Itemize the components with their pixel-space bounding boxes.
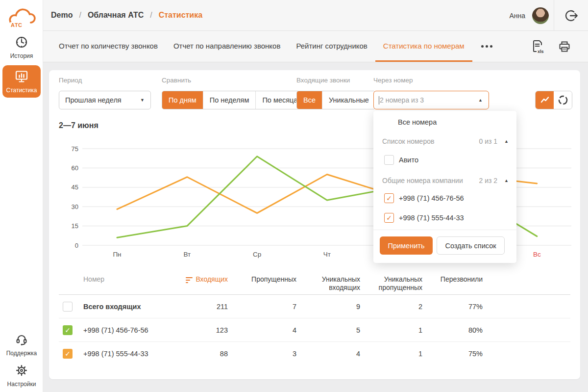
dot-icon — [481, 45, 484, 48]
y-tick-label: 0 — [75, 242, 78, 249]
column-header-unique-incoming[interactable]: Уникальныхвходящих — [296, 275, 360, 292]
column-header-incoming[interactable]: Входящих — [176, 275, 228, 284]
column-header-called-back[interactable]: Перезвонили — [422, 275, 483, 284]
tab-calls-count-report[interactable]: Отчет по количеству звонков — [51, 31, 166, 62]
row-value: 4 — [228, 326, 296, 334]
row-value: 4 — [296, 350, 360, 358]
line-chart-view-button[interactable] — [536, 91, 554, 109]
chevron-up-icon: ▲ — [478, 98, 483, 103]
checkbox-unchecked[interactable] — [63, 302, 73, 312]
export-xls-button[interactable]: xls — [531, 39, 544, 54]
via-number-combobox[interactable]: 2 номера из 3 ▲ — [373, 91, 489, 109]
print-button[interactable] — [558, 40, 571, 53]
app-logo[interactable]: АТС — [0, 4, 43, 32]
row-value: 123 — [176, 326, 228, 334]
headset-icon — [15, 333, 28, 346]
text-caret — [379, 96, 379, 105]
sidebar-item-label: История — [10, 52, 33, 59]
incoming-option-all[interactable]: Все — [297, 91, 322, 109]
sidebar-item-label: Поддержка — [6, 350, 37, 357]
breadcrumb-item-current: Статистика — [159, 11, 202, 20]
line-chart-icon — [539, 95, 550, 105]
row-number-label: Всего входящих — [83, 303, 176, 311]
via-number-label: Через номер — [373, 77, 413, 84]
create-list-button[interactable]: Создать список — [437, 236, 505, 255]
period-value: Прошлая неделя — [65, 96, 140, 104]
logout-button[interactable] — [554, 8, 588, 23]
dot-icon — [490, 45, 492, 48]
dropdown-item-number-456[interactable]: ✓ +998 (71) 456-76-56 — [384, 192, 464, 205]
tab-employee-rating[interactable]: Рейтинг сотрудников — [288, 31, 375, 62]
dropdown-section-company-numbers[interactable]: Общие номера компании 2 из 2 ▲ — [382, 175, 509, 186]
checkbox-checked[interactable]: ✓ — [384, 193, 394, 203]
statistics-card: Период Прошлая неделя ▼ Сравнить По дням… — [49, 70, 580, 379]
dropdown-section-number-lists[interactable]: Список номеров 0 из 1 ▲ — [382, 135, 509, 147]
row-value: 75% — [422, 350, 483, 358]
y-tick-label: 15 — [72, 222, 78, 230]
sidebar-item-support[interactable]: Поддержка — [0, 333, 43, 357]
tab-actions: xls — [531, 31, 571, 62]
sidebar-item-settings[interactable]: Настройки — [0, 364, 43, 388]
checkbox-checked[interactable]: ✓ — [384, 213, 394, 223]
apply-button[interactable]: Применить — [380, 236, 433, 255]
table-row: Всего входящих21179277% — [59, 295, 570, 318]
breadcrumb-separator: / — [79, 11, 81, 20]
x-tick-label: Вт — [183, 251, 191, 258]
x-tick-label: Ср — [253, 251, 261, 258]
y-tick-label: 45 — [72, 183, 78, 191]
column-header-number[interactable]: Номер — [83, 275, 176, 284]
tab-calls-direction-report[interactable]: Отчет по направлению звонков — [166, 31, 288, 62]
row-value: 3 — [228, 350, 296, 358]
dropdown-item-avito[interactable]: Авито — [384, 154, 418, 166]
row-value: 77% — [422, 303, 483, 311]
row-value: 1 — [360, 350, 422, 358]
sidebar-item-statistics[interactable]: Статистика — [2, 65, 41, 98]
breadcrumb-item[interactable]: Облачная АТС — [88, 11, 144, 20]
breadcrumb: Demo / Облачная АТС / Статистика — [51, 11, 202, 20]
avatar[interactable] — [532, 7, 549, 24]
tab-number-statistics[interactable]: Статистика по номерам — [375, 31, 472, 62]
logo-label: АТС — [10, 22, 23, 28]
row-value: 211 — [176, 303, 228, 311]
top-header: Demo / Облачная АТС / Статистика Анна — [43, 0, 588, 31]
period-select[interactable]: Прошлая неделя ▼ — [59, 91, 151, 109]
sort-icon — [186, 277, 193, 283]
svg-text:xls: xls — [538, 49, 544, 54]
report-tabbar: Отчет по количеству звонков Отчет по нап… — [43, 31, 588, 62]
section-count: 2 из 2 — [479, 177, 497, 184]
row-value: 2 — [360, 303, 422, 311]
x-tick-label: Вс — [533, 251, 541, 258]
column-header-missed[interactable]: Пропущенных — [228, 275, 296, 284]
compare-option-by-days[interactable]: По дням — [162, 91, 203, 109]
incoming-option-unique[interactable]: Уникальные — [322, 91, 375, 109]
gear-icon — [15, 364, 28, 377]
y-tick-label: 75 — [72, 145, 78, 153]
checkbox-checked[interactable]: ✓ — [63, 325, 73, 335]
row-value: 88 — [176, 350, 228, 358]
user-zone: Анна — [509, 0, 588, 31]
row-value: 1 — [360, 326, 422, 334]
row-value: 7 — [228, 303, 296, 311]
compare-option-by-weeks[interactable]: По неделям — [203, 91, 256, 109]
more-tabs-button[interactable] — [472, 31, 501, 62]
numbers-table: Номер Входящих Пропущенных Уникальныхвхо… — [59, 270, 570, 366]
app-window: АТС История Статистика — [0, 0, 588, 392]
dropdown-item-all-numbers[interactable]: Все номера — [398, 115, 437, 129]
clock-icon — [15, 35, 28, 49]
dropdown-item-number-555[interactable]: ✓ +998 (71) 555-44-33 — [384, 211, 464, 224]
sidebar-item-history[interactable]: История — [0, 35, 43, 59]
incoming-segmented: Все Уникальные — [296, 91, 376, 109]
refresh-icon — [557, 94, 569, 106]
row-number-label: +998 (71) 456-76-56 — [83, 326, 176, 334]
row-number-label: +998 (71) 555-44-33 — [83, 350, 176, 358]
y-tick-label: 60 — [72, 164, 78, 172]
checkbox-checked[interactable]: ✓ — [63, 349, 73, 359]
row-value: 80% — [422, 326, 483, 334]
section-count: 0 из 1 — [479, 137, 497, 145]
breadcrumb-item[interactable]: Demo — [51, 11, 73, 20]
refresh-view-button[interactable] — [554, 91, 572, 109]
sidebar-item-label: Настройки — [7, 381, 36, 388]
compare-label: Сравнить — [162, 77, 191, 84]
checkbox-unchecked[interactable] — [384, 155, 394, 165]
column-header-unique-missed[interactable]: Уникальныхпропущенных — [360, 275, 422, 292]
